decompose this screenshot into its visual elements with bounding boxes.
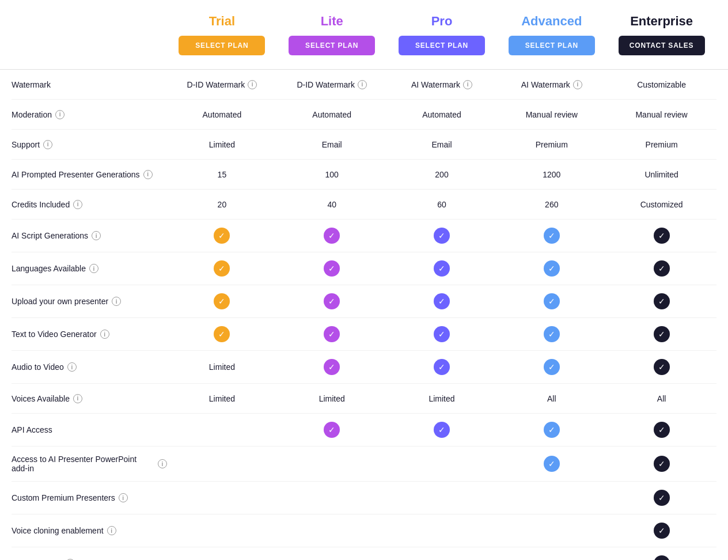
plan-header-lite: LiteSELECT PLAN bbox=[277, 9, 387, 60]
select-plan-button-pro[interactable]: SELECT PLAN bbox=[399, 36, 485, 55]
info-icon-3[interactable]: i bbox=[143, 170, 153, 179]
info-icon-13[interactable]: i bbox=[119, 493, 128, 502]
check-icon-5-lite: ✓ bbox=[324, 228, 340, 244]
feature-cell-1-lite: Automated bbox=[277, 102, 387, 127]
info-icon-1[interactable]: i bbox=[55, 110, 65, 119]
info-icon-4[interactable]: i bbox=[73, 200, 82, 209]
cell-text-1-advanced: Manual review bbox=[526, 110, 578, 119]
plan-header-trial: TrialSELECT PLAN bbox=[167, 9, 277, 60]
check-icon-6-enterprise: ✓ bbox=[654, 260, 670, 277]
feature-cell-3-lite: 100 bbox=[277, 162, 387, 187]
cell-text-4-lite: 40 bbox=[327, 200, 336, 209]
feature-label-text-6: Languages Available bbox=[12, 264, 86, 273]
feature-cell-3-pro: 200 bbox=[387, 162, 497, 187]
cell-text-3-advanced: 1200 bbox=[543, 170, 560, 179]
cell-text-4-trial: 20 bbox=[218, 200, 227, 209]
check-icon-7-advanced: ✓ bbox=[544, 293, 560, 309]
feature-row-5: AI Script Generationsi✓✓✓✓✓ bbox=[12, 220, 716, 252]
feature-cell-6-trial: ✓ bbox=[167, 252, 277, 285]
feature-label-7: Upload your own presenteri bbox=[12, 289, 167, 314]
cell-text-10-enterprise: All bbox=[657, 394, 666, 403]
feature-cell-8-lite: ✓ bbox=[277, 318, 387, 350]
cell-text-2-advanced: Premium bbox=[536, 140, 568, 149]
info-icon-14[interactable]: i bbox=[107, 526, 116, 535]
empty-cell-15-lite bbox=[277, 555, 387, 560]
feature-label-text-11: API Access bbox=[12, 425, 52, 434]
feature-label-8: Text to Video Generatori bbox=[12, 321, 167, 347]
empty-cell-15-advanced bbox=[496, 555, 606, 560]
cell-text-4-pro: 60 bbox=[437, 200, 446, 209]
feature-row-14: Voice cloning enablementi✓ bbox=[12, 514, 716, 547]
feature-label-3: AI Prompted Presenter Generationsi bbox=[12, 162, 167, 187]
feature-row-10: Voices AvailableiLimitedLimitedLimitedAl… bbox=[12, 384, 716, 414]
feature-label-13: Custom Premium Presentersi bbox=[12, 485, 167, 510]
empty-cell-12-lite bbox=[277, 456, 387, 472]
feature-cell-6-enterprise: ✓ bbox=[606, 252, 716, 285]
plan-headers: TrialSELECT PLANLiteSELECT PLANProSELECT… bbox=[0, 0, 728, 70]
select-plan-button-trial[interactable]: SELECT PLAN bbox=[179, 36, 265, 55]
features-section: WatermarkD-ID WatermarkiD-ID WatermarkiA… bbox=[0, 70, 728, 560]
cell-info-icon-0-advanced[interactable]: i bbox=[573, 80, 582, 89]
feature-cell-2-lite: Email bbox=[277, 132, 387, 157]
feature-row-9: Audio to VideoiLimited✓✓✓✓ bbox=[12, 351, 716, 384]
check-icon-8-trial: ✓ bbox=[214, 326, 230, 342]
empty-cell-13-pro bbox=[387, 490, 497, 506]
feature-label-9: Audio to Videoi bbox=[12, 354, 167, 380]
cell-text-1-pro: Automated bbox=[422, 110, 461, 119]
check-icon-5-advanced: ✓ bbox=[544, 228, 560, 244]
feature-cell-5-enterprise: ✓ bbox=[606, 220, 716, 252]
feature-label-1: Moderationi bbox=[12, 102, 167, 127]
feature-cell-9-lite: ✓ bbox=[277, 351, 387, 383]
cell-text-10-advanced: All bbox=[547, 394, 556, 403]
info-icon-12[interactable]: i bbox=[158, 459, 167, 468]
feature-row-4: Credits Includedi204060260Customized bbox=[12, 190, 716, 220]
cell-info-icon-0-pro[interactable]: i bbox=[463, 80, 472, 89]
feature-row-12: Access to AI Presenter PowerPoint add-in… bbox=[12, 447, 716, 482]
info-icon-7[interactable]: i bbox=[112, 297, 121, 306]
feature-cell-12-advanced: ✓ bbox=[496, 448, 606, 480]
select-plan-button-enterprise[interactable]: CONTACT SALES bbox=[619, 36, 705, 55]
feature-row-1: ModerationiAutomatedAutomatedAutomatedMa… bbox=[12, 100, 716, 130]
feature-row-15: Account seatsi✓ bbox=[12, 547, 716, 560]
select-plan-button-lite[interactable]: SELECT PLAN bbox=[289, 36, 375, 55]
empty-cell-13-lite bbox=[277, 490, 387, 506]
plan-header-enterprise: EnterpriseCONTACT SALES bbox=[606, 9, 716, 60]
feature-cell-7-advanced: ✓ bbox=[496, 285, 606, 317]
feature-cell-10-pro: Limited bbox=[387, 386, 497, 411]
feature-cell-7-lite: ✓ bbox=[277, 285, 387, 317]
cell-text-4-enterprise: Customized bbox=[640, 200, 683, 209]
feature-label-2: Supporti bbox=[12, 132, 167, 157]
feature-cell-11-lite: ✓ bbox=[277, 414, 387, 446]
check-icon-9-advanced: ✓ bbox=[544, 359, 560, 375]
feature-cell-4-pro: 60 bbox=[387, 192, 497, 217]
feature-cell-10-lite: Limited bbox=[277, 386, 387, 411]
info-icon-2[interactable]: i bbox=[43, 140, 52, 149]
feature-cell-7-pro: ✓ bbox=[387, 285, 497, 317]
info-icon-10[interactable]: i bbox=[73, 394, 82, 403]
feature-row-0: WatermarkD-ID WatermarkiD-ID WatermarkiA… bbox=[12, 70, 716, 100]
cell-text-9-trial: Limited bbox=[209, 362, 235, 372]
cell-text-0-enterprise: Customizable bbox=[637, 80, 686, 89]
info-icon-5[interactable]: i bbox=[92, 231, 101, 240]
check-icon-5-pro: ✓ bbox=[434, 228, 450, 244]
feature-cell-13-enterprise: ✓ bbox=[606, 482, 716, 514]
info-icon-8[interactable]: i bbox=[100, 330, 109, 339]
check-icon-7-trial: ✓ bbox=[214, 293, 230, 309]
feature-cell-7-trial: ✓ bbox=[167, 285, 277, 317]
select-plan-button-advanced[interactable]: SELECT PLAN bbox=[509, 36, 595, 55]
feature-cell-12-enterprise: ✓ bbox=[606, 448, 716, 480]
empty-cell-14-pro bbox=[387, 523, 497, 539]
empty-cell-14-trial bbox=[167, 523, 277, 539]
info-icon-9[interactable]: i bbox=[67, 362, 77, 372]
cell-info-icon-0-trial[interactable]: i bbox=[248, 80, 257, 89]
feature-cell-6-pro: ✓ bbox=[387, 252, 497, 285]
check-icon-7-pro: ✓ bbox=[434, 293, 450, 309]
feature-cell-3-enterprise: Unlimited bbox=[606, 162, 716, 187]
info-icon-6[interactable]: i bbox=[89, 264, 98, 273]
cell-info-icon-0-lite[interactable]: i bbox=[358, 80, 367, 89]
cell-text-0-pro: AI Watermark bbox=[411, 80, 460, 89]
feature-cell-4-advanced: 260 bbox=[496, 192, 606, 217]
feature-cell-8-enterprise: ✓ bbox=[606, 318, 716, 350]
feature-cell-9-advanced: ✓ bbox=[496, 351, 606, 383]
feature-cell-8-advanced: ✓ bbox=[496, 318, 606, 350]
